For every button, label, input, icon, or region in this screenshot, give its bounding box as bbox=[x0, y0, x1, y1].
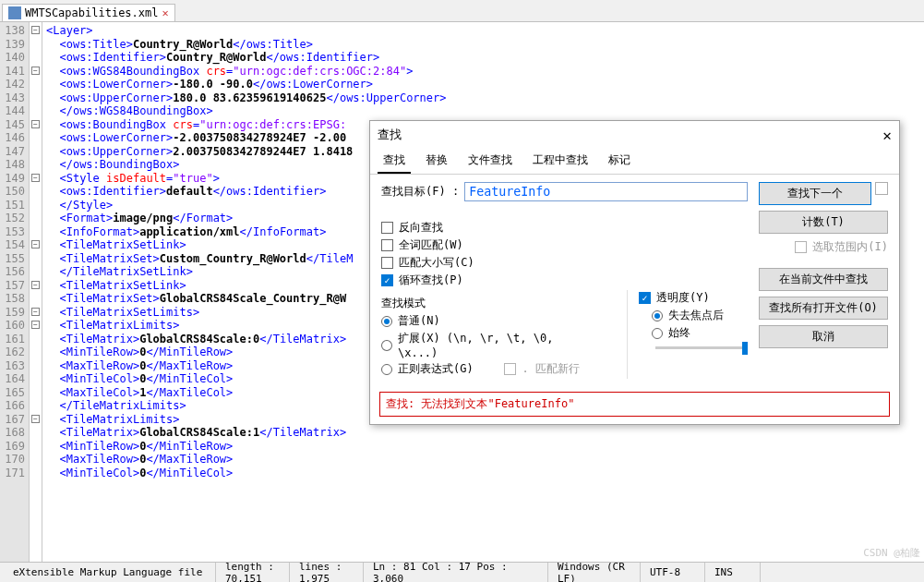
sb-encoding: UTF-8 bbox=[641, 563, 705, 582]
tab-bar: WMTSCapabilities.xml ✕ bbox=[0, 0, 924, 22]
file-tab[interactable]: WMTSCapabilities.xml ✕ bbox=[2, 4, 175, 21]
transparency-slider[interactable] bbox=[655, 346, 748, 349]
close-icon[interactable]: ✕ bbox=[162, 6, 169, 19]
sb-length: length : 70,151 bbox=[216, 563, 290, 582]
wholeword-label: 全词匹配(W) bbox=[399, 237, 463, 253]
watermark: CSDN @柏隆 bbox=[863, 546, 920, 560]
find-status-message: 查找: 无法找到文本"FeatureInfo" bbox=[379, 392, 890, 417]
dialog-titlebar[interactable]: 查找 ✕ bbox=[370, 121, 899, 149]
backward-label: 反向查找 bbox=[399, 220, 443, 236]
dialog-tab-4[interactable]: 标记 bbox=[603, 149, 636, 174]
line-gutter: 1381391401411421431441451461471481491501… bbox=[0, 22, 30, 562]
mode-normal-radio[interactable] bbox=[381, 316, 392, 327]
dialog-tabs: 查找替换文件查找工程中查找标记 bbox=[370, 149, 899, 175]
dialog-tab-3[interactable]: 工程中查找 bbox=[527, 149, 594, 174]
close-icon[interactable]: ✕ bbox=[882, 127, 892, 144]
mode-extended-label: 扩展(X) (\n, \r, \t, \0, \x...) bbox=[398, 331, 599, 359]
sb-lines: lines : 1,975 bbox=[290, 563, 364, 582]
in-range-checkbox bbox=[795, 241, 807, 253]
dialog-title: 查找 bbox=[378, 127, 402, 143]
tab-filename: WMTSCapabilities.xml bbox=[25, 6, 159, 19]
find-current-button[interactable]: 在当前文件中查找 bbox=[759, 268, 888, 291]
xml-file-icon bbox=[8, 6, 21, 19]
wrap-checkbox[interactable]: ✓ bbox=[381, 274, 393, 286]
transp-always-radio[interactable] bbox=[652, 328, 663, 339]
search-mode-label: 查找模式 bbox=[381, 296, 599, 311]
find-target-label: 查找目标(F) : bbox=[381, 184, 459, 200]
find-dialog: 查找 ✕ 查找替换文件查找工程中查找标记 查找目标(F) : 反向查找 全词匹配… bbox=[369, 120, 900, 425]
dialog-tab-0[interactable]: 查找 bbox=[378, 149, 411, 174]
wholeword-checkbox[interactable] bbox=[381, 239, 393, 251]
matchcase-label: 匹配大小写(C) bbox=[399, 255, 474, 271]
mode-normal-label: 普通(N) bbox=[398, 313, 440, 329]
status-bar: eXtensible Markup Language file length :… bbox=[0, 562, 924, 582]
in-range-label: 选取范围内(I) bbox=[812, 239, 888, 255]
transp-onblur-label: 失去焦点后 bbox=[668, 308, 724, 323]
transp-onblur-radio[interactable] bbox=[652, 310, 663, 321]
backward-checkbox[interactable] bbox=[381, 222, 393, 234]
fold-column: −−−−−−−−− bbox=[30, 22, 42, 562]
mode-regex-label: 正则表达式(G) bbox=[398, 361, 474, 377]
cancel-button[interactable]: 取消 bbox=[759, 325, 888, 348]
dialog-tab-1[interactable]: 替换 bbox=[420, 149, 453, 174]
find-all-button[interactable]: 查找所有打开文件(O) bbox=[759, 297, 888, 320]
find-target-input[interactable] bbox=[464, 182, 748, 201]
transparency-label: 透明度(Y) bbox=[656, 290, 710, 306]
wrap-label: 循环查找(P) bbox=[399, 273, 463, 288]
sb-eol: Windows (CR LF) bbox=[548, 563, 641, 582]
transp-always-label: 始终 bbox=[668, 325, 690, 341]
dialog-tab-2[interactable]: 文件查找 bbox=[462, 149, 518, 174]
matchcase-checkbox[interactable] bbox=[381, 257, 393, 269]
match-newline-checkbox bbox=[504, 363, 516, 375]
count-button[interactable]: 计数(T) bbox=[759, 211, 888, 234]
sb-language: eXtensible Markup Language file bbox=[4, 563, 216, 582]
sb-insert-mode: INS bbox=[705, 563, 761, 582]
sb-position: Ln : 81 Col : 17 Pos : 3,060 bbox=[364, 563, 548, 582]
mode-regex-radio[interactable] bbox=[381, 364, 392, 375]
match-newline-label: . 匹配新行 bbox=[522, 361, 579, 377]
find-next-button[interactable]: 查找下一个 bbox=[759, 182, 871, 205]
transparency-checkbox[interactable]: ✓ bbox=[639, 292, 651, 304]
find-next-aux-checkbox[interactable] bbox=[875, 182, 888, 195]
mode-extended-radio[interactable] bbox=[381, 340, 392, 351]
